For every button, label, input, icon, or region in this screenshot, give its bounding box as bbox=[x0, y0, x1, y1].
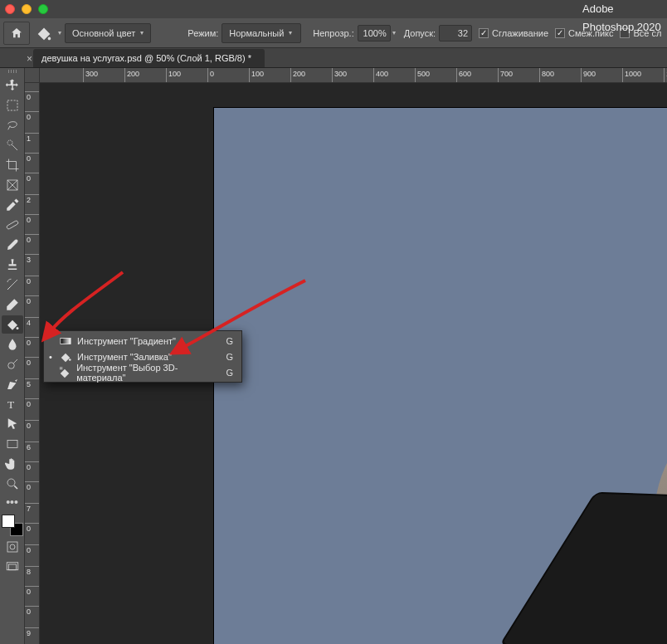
dodge-tool[interactable] bbox=[2, 355, 23, 373]
opacity-value: 100% bbox=[363, 28, 387, 38]
eraser-icon bbox=[5, 297, 20, 312]
shape-tool[interactable] bbox=[2, 435, 23, 453]
healing-tool[interactable] bbox=[2, 216, 23, 234]
svg-rect-0 bbox=[7, 100, 17, 110]
material-drop-icon bbox=[59, 366, 71, 379]
panel-grip[interactable] bbox=[4, 70, 21, 73]
flyout-item-gradient[interactable]: Инструмент "Градиент" G bbox=[44, 333, 241, 349]
rectangle-icon bbox=[5, 437, 20, 451]
frame-icon bbox=[5, 178, 20, 193]
document-tab[interactable]: × девушка на услугах.psd @ 50% (Слой 1, … bbox=[33, 49, 265, 67]
editor-area: 3002001000100200300400500600700800900100… bbox=[25, 68, 667, 644]
document-tabs: × девушка на услугах.psd @ 50% (Слой 1, … bbox=[0, 48, 667, 68]
titlebar: Adobe Photoshop 2020 bbox=[0, 0, 667, 18]
svg-rect-13 bbox=[61, 338, 71, 344]
eyedropper-tool[interactable] bbox=[2, 196, 23, 214]
paint-bucket-tool[interactable] bbox=[2, 315, 23, 334]
chevron-down-icon: ▾ bbox=[289, 29, 292, 37]
zoom-tool[interactable] bbox=[2, 475, 23, 493]
eyedropper-icon bbox=[5, 198, 20, 212]
paint-bucket-icon bbox=[5, 317, 20, 332]
flyout-item-label: Инструмент "Заливка" bbox=[77, 352, 172, 362]
fill-source-label: Основной цвет bbox=[72, 28, 135, 38]
home-button[interactable] bbox=[3, 22, 30, 45]
history-brush-tool[interactable] bbox=[2, 276, 23, 294]
pen-tool[interactable] bbox=[2, 375, 23, 393]
gradient-icon bbox=[59, 334, 72, 348]
screen-mode-toggle[interactable] bbox=[2, 558, 23, 576]
svg-point-8 bbox=[7, 479, 15, 486]
fill-source-dropdown[interactable]: Основной цвет ▾ bbox=[65, 23, 151, 43]
type-tool[interactable]: T bbox=[2, 395, 23, 413]
svg-rect-9 bbox=[7, 542, 17, 552]
bandage-icon bbox=[5, 217, 20, 232]
quick-select-tool[interactable] bbox=[2, 136, 23, 154]
hand-icon bbox=[5, 456, 20, 471]
frame-tool[interactable] bbox=[2, 176, 23, 194]
color-swatches[interactable] bbox=[2, 515, 23, 536]
crop-icon bbox=[5, 158, 20, 173]
svg-point-4 bbox=[16, 327, 18, 329]
quick-mask-toggle[interactable] bbox=[2, 538, 23, 556]
chevron-down-icon: ▾ bbox=[140, 29, 144, 37]
eraser-tool[interactable] bbox=[2, 295, 23, 314]
drop-icon bbox=[5, 337, 20, 352]
lasso-icon bbox=[5, 118, 20, 133]
flyout-item-3d-material[interactable]: Инструмент "Выбор 3D-материала" G bbox=[44, 364, 241, 380]
type-icon: T bbox=[5, 397, 20, 412]
tolerance-input[interactable]: 32 bbox=[439, 25, 472, 41]
svg-rect-3 bbox=[6, 220, 18, 229]
paint-bucket-icon bbox=[35, 24, 53, 42]
blend-mode-dropdown[interactable]: Нормальный ▾ bbox=[222, 23, 301, 43]
svg-text:T: T bbox=[7, 398, 15, 411]
maximize-button[interactable] bbox=[38, 4, 48, 14]
checkbox-icon bbox=[555, 28, 565, 38]
canvas-viewport[interactable]: Инструмент "Градиент" G • Инструмент "За… bbox=[40, 83, 667, 644]
zoom-icon bbox=[5, 476, 20, 491]
antialias-checkbox[interactable]: Сглаживание bbox=[479, 28, 548, 38]
tolerance-label: Допуск: bbox=[404, 28, 436, 38]
document-canvas[interactable] bbox=[214, 108, 667, 644]
vertical-ruler[interactable]: 0010020030040050060070080090 bbox=[25, 83, 40, 644]
chevron-down-icon[interactable]: ▾ bbox=[392, 29, 396, 37]
marquee-tool[interactable] bbox=[2, 96, 23, 115]
move-tool[interactable] bbox=[2, 76, 23, 95]
document-tab-label: девушка на услугах.psd @ 50% (Слой 1, RG… bbox=[41, 53, 251, 63]
paint-bucket-icon bbox=[59, 350, 72, 363]
minimize-button[interactable] bbox=[22, 4, 32, 14]
svg-point-10 bbox=[10, 544, 15, 549]
svg-rect-7 bbox=[7, 441, 17, 448]
arrow-cursor-icon bbox=[5, 417, 20, 432]
options-bar: ▾ Основной цвет ▾ Режим: Нормальный ▾ Не… bbox=[0, 18, 667, 48]
flyout-item-shortcut: G bbox=[226, 368, 233, 378]
hand-tool[interactable] bbox=[2, 455, 23, 473]
lasso-tool[interactable] bbox=[2, 116, 23, 134]
quick-mask-icon bbox=[5, 539, 20, 554]
current-tool-icon[interactable]: ▾ bbox=[35, 22, 61, 45]
close-button[interactable] bbox=[5, 4, 15, 14]
stamp-icon bbox=[5, 257, 20, 272]
flyout-item-label: Инструмент "Выбор 3D-материала" bbox=[76, 363, 221, 383]
brush-icon bbox=[5, 237, 20, 252]
blur-tool[interactable] bbox=[2, 335, 23, 354]
screen-mode-icon bbox=[5, 559, 20, 574]
mode-label: Режим: bbox=[187, 28, 218, 38]
image-content bbox=[529, 149, 667, 644]
checkbox-icon bbox=[479, 28, 489, 38]
chevron-down-icon: ▾ bbox=[58, 29, 61, 37]
stamp-tool[interactable] bbox=[2, 256, 23, 274]
foreground-color-swatch[interactable] bbox=[2, 515, 15, 528]
tool-flyout-menu: Инструмент "Градиент" G • Инструмент "За… bbox=[43, 330, 242, 383]
brush-tool[interactable] bbox=[2, 236, 23, 254]
tools-panel: T ••• bbox=[0, 68, 25, 644]
edit-toolbar-button[interactable]: ••• bbox=[6, 496, 18, 508]
svg-rect-12 bbox=[8, 564, 16, 570]
path-select-tool[interactable] bbox=[2, 415, 23, 433]
crop-tool[interactable] bbox=[2, 156, 23, 174]
marquee-icon bbox=[5, 98, 20, 113]
flyout-active-mark: • bbox=[49, 352, 54, 362]
close-tab-icon[interactable]: × bbox=[27, 53, 32, 65]
opacity-input[interactable]: 100% bbox=[358, 25, 391, 41]
horizontal-ruler[interactable]: 3002001000100200300400500600700800900100… bbox=[40, 68, 667, 83]
svg-point-5 bbox=[7, 363, 14, 369]
